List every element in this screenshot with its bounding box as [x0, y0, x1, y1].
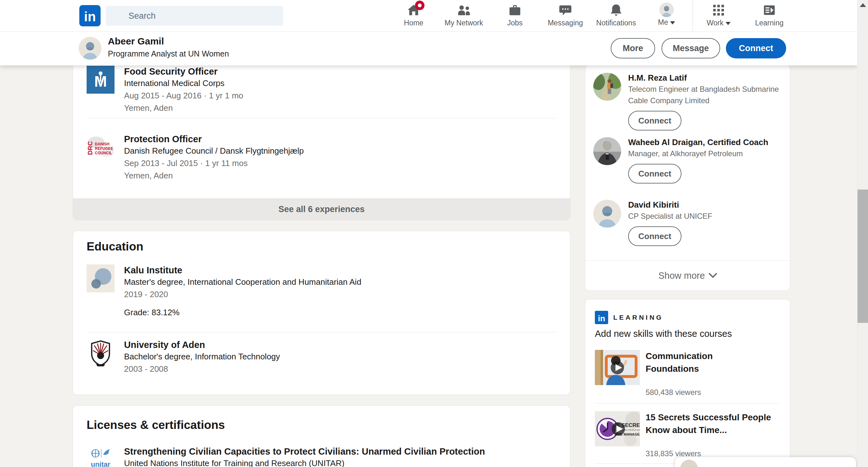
scrollbar-thumb[interactable]: [858, 189, 868, 323]
education-years: 2019 - 2020: [124, 288, 361, 301]
svg-text:REFUGEE: REFUGEE: [95, 146, 113, 151]
education-entry[interactable]: Kalu Institute Master's degree, Internat…: [87, 264, 556, 319]
education-entry[interactable]: University of Aden Bachelor's degree, In…: [87, 339, 556, 375]
course-title[interactable]: Communication Foundations: [646, 349, 753, 375]
notifications-bell-icon: [609, 3, 623, 17]
nav-item-home[interactable]: Home: [388, 3, 439, 30]
education-years: 2003 - 2008: [124, 363, 280, 375]
license-issuer: United Nations Institute for Training an…: [124, 457, 485, 467]
nav-label: Me: [658, 18, 668, 27]
international-medical-corps-logo: M: [87, 66, 115, 94]
divider: [595, 403, 780, 404]
nav-item-me[interactable]: Me: [641, 3, 692, 30]
learning-card: in LEARNING Add new skills with these co…: [585, 299, 790, 467]
person-photo[interactable]: [593, 73, 621, 100]
degree: Master's degree, International Cooperati…: [124, 276, 361, 288]
course-thumbnail[interactable]: [595, 350, 640, 385]
experience-card: M Food Security Officer International Me…: [73, 65, 570, 220]
nav-label: My Network: [444, 19, 483, 27]
unitar-logo: unitar: [87, 446, 115, 467]
nav-item-my-network[interactable]: My Network: [438, 3, 489, 30]
caret-down-icon: [670, 21, 675, 24]
experience-dates: Aug 2015 - Aug 2016 · 1 yr 1 mo: [124, 90, 243, 102]
my-network-icon: [457, 3, 471, 17]
svg-text:DANISH: DANISH: [95, 142, 110, 146]
linkedin-learning-logo: in: [595, 311, 608, 324]
connect-button-header[interactable]: Connect: [726, 38, 786, 58]
see-all-experiences-button[interactable]: See all 6 experiences: [73, 198, 570, 220]
search-input[interactable]: [106, 6, 283, 26]
education-card: Education Kalu Institute Master's degree…: [73, 231, 570, 395]
danish-refugee-council-logo: DRC DANISH REFUGEE COUNCIL: [87, 133, 115, 161]
connect-button[interactable]: Connect: [628, 226, 681, 246]
svg-text:COUNCIL: COUNCIL: [95, 151, 112, 155]
show-more-button[interactable]: Show more: [585, 260, 790, 291]
nav-divider: [692, 0, 693, 32]
svg-text:DRC: DRC: [87, 141, 94, 155]
person-suggestion: Waheeb Al Draigan, Certified Coach Manag…: [593, 137, 780, 183]
person-photo[interactable]: [593, 137, 621, 165]
nav-label: Notifications: [596, 19, 636, 27]
kalu-institute-logo: [87, 264, 115, 292]
school-name: Kalu Institute: [124, 264, 361, 276]
svg-text:unitar: unitar: [91, 460, 111, 467]
show-more-label: Show more: [658, 270, 705, 281]
linkedin-logo[interactable]: in: [79, 5, 100, 26]
nav-label: Messaging: [548, 19, 583, 27]
education-grade: Grade: 83.12%: [124, 307, 361, 319]
license-entry[interactable]: unitar Strengthening Civilian Capacities…: [87, 446, 556, 467]
course-item[interactable]: Communication Foundations 580,438 viewer…: [595, 349, 780, 399]
profile-sticky-header: Abeer Gamil Programme Analyst at UN Wome…: [0, 32, 857, 65]
person-photo[interactable]: [593, 200, 621, 228]
person-name[interactable]: H.M. Reza Latif: [628, 72, 780, 84]
learning-brand-label: LEARNING: [613, 314, 663, 321]
degree: Bachelor's degree, Information Technolog…: [124, 350, 280, 363]
person-headline: Manager, at Alkhorayef Petroleum: [628, 148, 768, 159]
license-title: Strengthening Civilian Capacities to Pro…: [124, 446, 485, 457]
notification-badge: [415, 1, 425, 10]
profile-avatar[interactable]: [79, 37, 101, 60]
nav-item-messaging[interactable]: Messaging: [540, 3, 591, 30]
message-button[interactable]: Message: [661, 38, 720, 58]
scrollbar-track[interactable]: [857, 0, 868, 467]
jobs-icon: [508, 3, 522, 17]
learning-icon: [762, 3, 776, 17]
nav-label: Learning: [755, 19, 784, 27]
person-headline: Telecom Engineer at Bangladesh Submarine…: [628, 84, 780, 106]
experience-entry[interactable]: DRC DANISH REFUGEE COUNCIL Protection Of…: [87, 133, 556, 182]
work-grid-icon: [712, 3, 725, 17]
person-headline: CP Specialist at UNICEF: [628, 210, 712, 222]
person-name[interactable]: David Kibiriti: [628, 199, 712, 210]
nav-item-work[interactable]: Work: [693, 3, 744, 30]
course-item[interactable]: 15 SECRETS SUCCESSFUL PEOPLE KNOW ABOUT …: [595, 410, 780, 461]
profile-headline: Programme Analyst at UN Women: [108, 49, 229, 58]
person-name[interactable]: Waheeb Al Draigan, Certified Coach: [628, 137, 768, 148]
connect-button[interactable]: Connect: [628, 164, 681, 183]
people-suggestions-card: H.M. Reza Latif Telecom Engineer at Bang…: [585, 65, 790, 291]
experience-entry[interactable]: M Food Security Officer International Me…: [87, 66, 556, 114]
caret-down-icon: [725, 22, 731, 25]
licenses-heading: Licenses & certifications: [87, 418, 225, 432]
school-name: University of Aden: [124, 339, 280, 350]
divider: [87, 332, 556, 332]
connect-button[interactable]: Connect: [628, 111, 681, 130]
university-of-aden-logo: [87, 339, 115, 367]
experience-dates: Sep 2013 - Jul 2015 · 1 yr 11 mos: [124, 157, 304, 170]
nav-item-learning[interactable]: Learning: [744, 3, 795, 30]
experience-title: Food Security Officer: [124, 66, 243, 77]
education-heading: Education: [87, 240, 144, 253]
course-viewers: 318,835 viewers: [646, 449, 701, 458]
nav-item-jobs[interactable]: Jobs: [490, 3, 540, 30]
scrollbar-up-arrow[interactable]: [860, 3, 866, 7]
person-suggestion: David Kibiriti CP Specialist at UNICEF C…: [593, 199, 780, 246]
chevron-down-icon: [709, 273, 717, 278]
more-button[interactable]: More: [611, 38, 655, 58]
nav-label: Work: [707, 19, 723, 27]
course-thumbnail[interactable]: 15 SECRETS SUCCESSFUL PEOPLE KNOW ABOUT …: [595, 411, 640, 446]
nav-item-notifications[interactable]: Notifications: [591, 3, 642, 30]
messaging-dock[interactable]: [675, 457, 856, 467]
experience-title: Protection Officer: [124, 133, 304, 145]
course-title[interactable]: 15 Secrets Successful People Know about …: [646, 410, 780, 437]
experience-company: Danish Refugee Council / Dansk Flygtning…: [124, 145, 304, 157]
licenses-card: Licenses & certifications unitar Strengt…: [73, 406, 570, 467]
